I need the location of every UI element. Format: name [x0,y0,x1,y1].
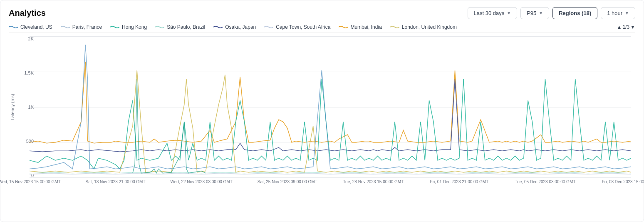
legend-item-paris[interactable]: Paris, France [61,24,102,30]
legend-icon [339,25,348,30]
x-tick: Sat, 18 Nov 2023 21:00:00 GMT [86,180,146,184]
legend-icon [61,25,70,30]
y-axis-label: Latency (ms) [9,36,16,178]
hongkong-line [30,79,631,169]
legend-icon [264,25,273,30]
legend-item-saopaulo[interactable]: São Paulo, Brazil [155,24,205,30]
legend: Cleveland, USParis, FranceHong KongSão P… [9,24,635,33]
chevron-down-icon: ▼ [507,11,511,15]
mumbai-line [30,62,631,143]
x-axis: Wed, 15 Nov 2023 15:00:00 GMTSat, 18 Nov… [30,179,631,190]
prev-page-icon[interactable]: ▲ [617,24,622,30]
legend-item-cleveland[interactable]: Cleveland, US [9,24,52,30]
legend-icon [155,25,164,30]
legend-label: Osaka, Japan [225,24,256,30]
regions-button[interactable]: Regions (18) [552,7,597,19]
x-tick: Tue, 28 Nov 2023 15:00:00 GMT [343,180,404,184]
x-tick: Fri, 01 Dec 2023 21:00:00 GMT [430,180,489,184]
percentile-button[interactable]: P95 ▼ [520,7,549,19]
legend-label: Hong Kong [122,24,147,30]
x-tick: Tue, 05 Dec 2023 03:00:00 GMT [515,180,576,184]
interval-button[interactable]: 1 hour ▼ [601,7,635,19]
chevron-down-icon: ▼ [625,11,629,15]
legend-label: Cleveland, US [20,24,52,30]
chart-area: Latency (ms) 2K1.5K1K5000 [9,36,635,190]
legend-item-mumbai[interactable]: Mumbai, India [339,24,381,30]
legend-item-hongkong[interactable]: Hong Kong [110,24,147,30]
next-page-icon[interactable]: ▼ [630,24,635,30]
legend-icon [9,25,18,30]
chart-svg [30,36,631,177]
legend-label: Mumbai, India [350,24,381,30]
legend-icon [213,25,223,30]
legend-item-london[interactable]: London, United Kingdom [390,24,457,30]
date-range-button[interactable]: Last 30 days ▼ [468,7,518,19]
chevron-down-icon: ▼ [539,11,543,15]
x-tick: Wed, 15 Nov 2023 15:00:00 GMT [0,180,61,184]
legend-item-capetown[interactable]: Cape Town, South Africa [264,24,330,30]
analytics-container: Analytics Last 30 days ▼ P95 ▼ Regions (… [0,0,644,222]
legend-item-osaka[interactable]: Osaka, Japan [213,24,256,30]
chart-plot [30,36,631,178]
legend-label: São Paulo, Brazil [167,24,205,30]
page-title: Analytics [9,8,46,18]
legend-label: Paris, France [72,24,102,30]
legend-pagination: ▲ 1/3 ▼ [617,24,635,30]
x-tick: Wed, 22 Nov 2023 03:00:00 GMT [170,180,232,184]
legend-icon [390,25,399,30]
x-tick: Sat, 25 Nov 2023 09:00:00 GMT [258,180,317,184]
x-tick: Fri, 08 Dec 2023 15:00:00 GMT [602,180,644,184]
legend-label: London, United Kingdom [402,24,457,30]
legend-icon [110,25,119,30]
controls-bar: Last 30 days ▼ P95 ▼ Regions (18) 1 hour… [468,7,635,19]
legend-label: Cape Town, South Africa [276,24,330,30]
header: Analytics Last 30 days ▼ P95 ▼ Regions (… [9,7,635,19]
